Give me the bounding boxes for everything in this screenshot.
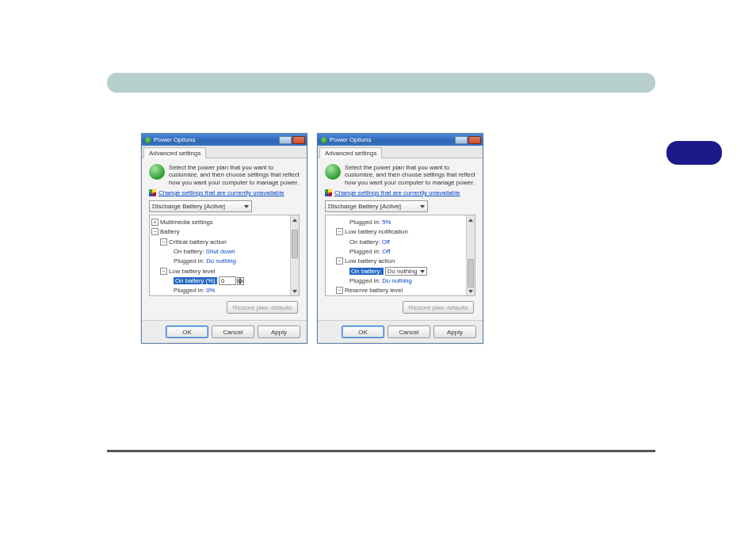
tab-advanced-settings[interactable]: Advanced settings	[319, 147, 382, 158]
power-options-dialog-left: Power Options Advanced settings Select t…	[141, 133, 307, 344]
tree-scrollbar[interactable]	[466, 215, 475, 295]
collapse-icon[interactable]: −	[336, 257, 343, 265]
value-first-plugged[interactable]: 5%	[382, 219, 391, 226]
page-footer-rule	[107, 450, 655, 452]
page-side-badge	[666, 141, 722, 165]
settings-tree[interactable]: +Multimedia settings −Battery −Critical …	[149, 215, 300, 296]
power-plan-select[interactable]: Discharge Battery [Active]	[325, 200, 428, 212]
restore-defaults-button[interactable]: Restore plan defaults	[227, 301, 298, 314]
shield-icon	[325, 189, 332, 196]
value-low-notif-on[interactable]: Off	[382, 238, 390, 246]
label-plugged-in: Plugged in:	[349, 219, 380, 226]
collapse-icon[interactable]: −	[151, 228, 158, 235]
cancel-button[interactable]: Cancel	[212, 326, 254, 338]
window-title: Power Options	[154, 136, 278, 143]
instruction-text: Select the power plan that you want to c…	[169, 164, 300, 186]
titlebar[interactable]: Power Options	[142, 134, 307, 146]
tab-advanced-settings[interactable]: Advanced settings	[143, 147, 206, 158]
close-button[interactable]	[292, 136, 305, 144]
label-plugged-in: Plugged in:	[349, 277, 380, 284]
power-plan-icon	[149, 164, 165, 180]
tree-battery[interactable]: Battery	[160, 228, 180, 235]
scrollbar-thumb[interactable]	[292, 230, 298, 258]
power-icon	[145, 137, 151, 143]
power-plan-icon	[325, 164, 341, 180]
chevron-down-icon	[420, 205, 425, 208]
window-title: Power Options	[330, 136, 454, 143]
label-plugged-in: Plugged in:	[174, 287, 204, 294]
ok-button[interactable]: OK	[342, 326, 384, 338]
tree-multimedia[interactable]: Multimedia settings	[160, 219, 213, 226]
power-icon	[321, 137, 327, 143]
instruction-text: Select the power plan that you want to c…	[345, 164, 475, 186]
power-options-dialog-right: Power Options Advanced settings Select t…	[317, 133, 483, 344]
label-plugged-in: Plugged in:	[174, 257, 204, 265]
titlebar[interactable]: Power Options	[318, 134, 483, 146]
tab-strip: Advanced settings	[318, 146, 483, 158]
tree-critical-action[interactable]: Critical battery action	[169, 238, 227, 246]
tree-low-notification[interactable]: Low battery notification	[345, 228, 408, 235]
tree-scrollbar[interactable]	[290, 215, 299, 295]
collapse-icon[interactable]: −	[336, 228, 343, 235]
value-crit-action-plugged[interactable]: Do nothing	[206, 257, 236, 265]
low-level-spin-input[interactable]: 0	[219, 276, 236, 285]
spin-buttons[interactable]	[237, 277, 244, 285]
change-unavailable-link[interactable]: Change settings that are currently unava…	[334, 189, 460, 196]
scrollbar-thumb[interactable]	[468, 259, 474, 287]
value-crit-action-on[interactable]: Shut down	[206, 248, 235, 255]
close-button[interactable]	[468, 136, 481, 144]
value-low-level-plugged[interactable]: 0%	[206, 287, 215, 294]
tree-reserve-level[interactable]: Reserve battery level	[345, 287, 403, 294]
tree-low-level[interactable]: Low battery level	[169, 268, 216, 275]
selected-label-on-battery[interactable]: On battery (%)	[174, 277, 217, 284]
collapse-icon[interactable]: −	[160, 268, 167, 275]
shield-icon	[149, 189, 156, 196]
selected-label-on-battery[interactable]: On battery:	[349, 268, 384, 275]
restore-defaults-button[interactable]: Restore plan defaults	[403, 301, 474, 314]
help-button[interactable]	[455, 136, 468, 144]
plan-selected-text: Discharge Battery [Active]	[152, 203, 225, 210]
chevron-down-icon	[244, 205, 249, 208]
label-plugged-in: Plugged in:	[349, 248, 380, 255]
value-low-notif-plugged[interactable]: Off	[382, 248, 390, 255]
settings-tree[interactable]: Plugged in: 5% −Low battery notification…	[325, 215, 475, 296]
collapse-icon[interactable]: −	[160, 238, 167, 246]
cancel-button[interactable]: Cancel	[388, 326, 430, 338]
change-unavailable-link[interactable]: Change settings that are currently unava…	[158, 189, 284, 196]
tab-strip: Advanced settings	[142, 146, 307, 158]
tree-low-action[interactable]: Low battery action	[345, 257, 395, 265]
plan-selected-text: Discharge Battery [Active]	[328, 203, 401, 210]
ok-button[interactable]: OK	[166, 326, 208, 338]
page-header-bar	[107, 73, 655, 93]
label-on-battery: On battery:	[174, 248, 204, 255]
apply-button[interactable]: Apply	[433, 326, 476, 338]
low-action-combo[interactable]: Do nothing	[385, 267, 428, 276]
collapse-icon[interactable]: −	[336, 287, 343, 294]
label-on-battery: On battery:	[349, 238, 380, 246]
value-low-action-plugged[interactable]: Do nothing	[382, 277, 412, 284]
power-plan-select[interactable]: Discharge Battery [Active]	[149, 200, 252, 212]
expand-icon[interactable]: +	[151, 219, 158, 226]
apply-button[interactable]: Apply	[258, 326, 300, 338]
help-button[interactable]	[279, 136, 292, 144]
